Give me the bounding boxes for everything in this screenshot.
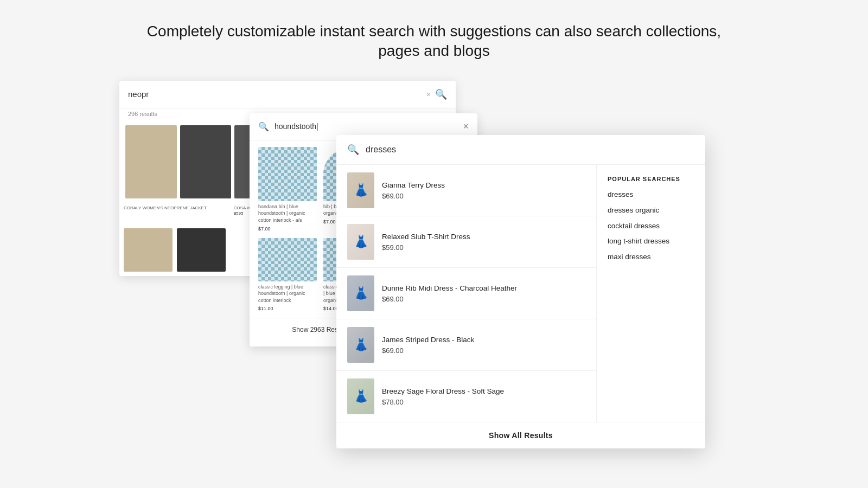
product-img-5: 👗 — [347, 378, 374, 414]
product-name-3: Dunne Rib Midi Dress - Charcoal Heather — [382, 284, 585, 293]
neopr-search-icon: 🔍 — [435, 88, 447, 100]
houndstooth-img-1 — [258, 147, 317, 201]
main-search-header: 🔍 — [336, 135, 705, 165]
product-item-4[interactable]: 👗 James Striped Dress - Black $69.00 — [336, 319, 596, 371]
houndstooth-prod-1: bandana bib | blue houndstooth | organic… — [258, 147, 317, 232]
product-person-2: 👗 — [347, 224, 374, 260]
product-item-1[interactable]: 👗 Gianna Terry Dress $69.00 — [336, 165, 596, 216]
main-search-body: 👗 Gianna Terry Dress $69.00 👗 Relaxed Sl… — [336, 165, 705, 422]
suggestion-item-3[interactable]: long t-shirt dresses — [608, 236, 694, 247]
suggestion-item-4[interactable]: maxi dresses — [608, 252, 694, 262]
product-person-5: 👗 — [347, 378, 374, 414]
product-img-4: 👗 — [347, 327, 374, 363]
product-img-3: 👗 — [347, 275, 374, 311]
neopr-bottom-thumb-1 — [124, 228, 173, 272]
neopr-thumb-1 — [125, 125, 177, 198]
show-all-results-button[interactable]: Show All Results — [336, 422, 705, 448]
product-details-4: James Striped Dress - Black $69.00 — [382, 335, 585, 355]
neopr-bottom-thumb-2 — [177, 228, 226, 272]
page-wrapper: Completely customizable instant search w… — [0, 0, 868, 488]
houndstooth-prod-3: classic legging | blue houndstooth | org… — [258, 238, 317, 312]
houndstooth-img-3 — [258, 238, 317, 281]
houndstooth-search-icon: 🔍 — [258, 121, 269, 132]
product-person-3: 👗 — [347, 275, 374, 311]
product-img-1: 👗 — [347, 172, 374, 208]
main-search-input[interactable] — [366, 145, 694, 155]
products-column: 👗 Gianna Terry Dress $69.00 👗 Relaxed Sl… — [336, 165, 597, 422]
product-img-2: 👗 — [347, 224, 374, 260]
main-search-panel: 🔍 👗 Gianna Terry Dress $69.00 — [336, 135, 705, 448]
product-price-4: $69.00 — [382, 346, 585, 355]
product-price-5: $78.00 — [382, 398, 585, 406]
product-name-5: Breezy Sage Floral Dress - Soft Sage — [382, 387, 585, 396]
suggestion-item-0[interactable]: dresses — [608, 190, 694, 200]
main-search-icon: 🔍 — [347, 144, 359, 156]
product-details-3: Dunne Rib Midi Dress - Charcoal Heather … — [382, 284, 585, 304]
product-name-1: Gianna Terry Dress — [382, 181, 585, 190]
product-item-2[interactable]: 👗 Relaxed Slub T-Shirt Dress $59.00 — [336, 216, 596, 268]
product-details-5: Breezy Sage Floral Dress - Soft Sage $78… — [382, 387, 585, 407]
suggestion-item-1[interactable]: dresses organic — [608, 206, 694, 216]
neopr-clear-icon[interactable]: × — [426, 90, 431, 99]
product-name-2: Relaxed Slub T-Shirt Dress — [382, 232, 585, 242]
suggestions-column: Popular Searches dresses dresses organic… — [597, 165, 705, 422]
product-details-2: Relaxed Slub T-Shirt Dress $59.00 — [382, 232, 585, 252]
suggestion-item-2[interactable]: cocktail dresses — [608, 221, 694, 232]
popular-searches-title: Popular Searches — [608, 176, 694, 182]
headline: Completely customizable instant search w… — [136, 22, 732, 61]
product-price-1: $69.00 — [382, 192, 585, 200]
demo-area: × 🔍 296 results CORALY WOMEN'S NEOPRENE … — [108, 81, 760, 471]
product-name-4: James Striped Dress - Black — [382, 335, 585, 345]
product-price-2: $59.00 — [382, 243, 585, 252]
neopr-prod-1: CORALY WOMEN'S NEOPRENE JACKET — [124, 206, 232, 222]
product-person-4: 👗 — [347, 327, 374, 363]
houndstooth-search-value: houndstooth| — [275, 122, 457, 131]
product-details-1: Gianna Terry Dress $69.00 — [382, 181, 585, 201]
houndstooth-close-button[interactable]: × — [463, 121, 469, 132]
neopr-search-input[interactable] — [128, 89, 422, 99]
product-price-3: $69.00 — [382, 295, 585, 303]
product-person-1: 👗 — [347, 172, 374, 208]
product-item-3[interactable]: 👗 Dunne Rib Midi Dress - Charcoal Heathe… — [336, 268, 596, 319]
neopr-search-bar: × 🔍 — [119, 81, 456, 108]
neopr-thumb-2 — [180, 125, 232, 198]
product-item-5[interactable]: 👗 Breezy Sage Floral Dress - Soft Sage $… — [336, 371, 596, 422]
